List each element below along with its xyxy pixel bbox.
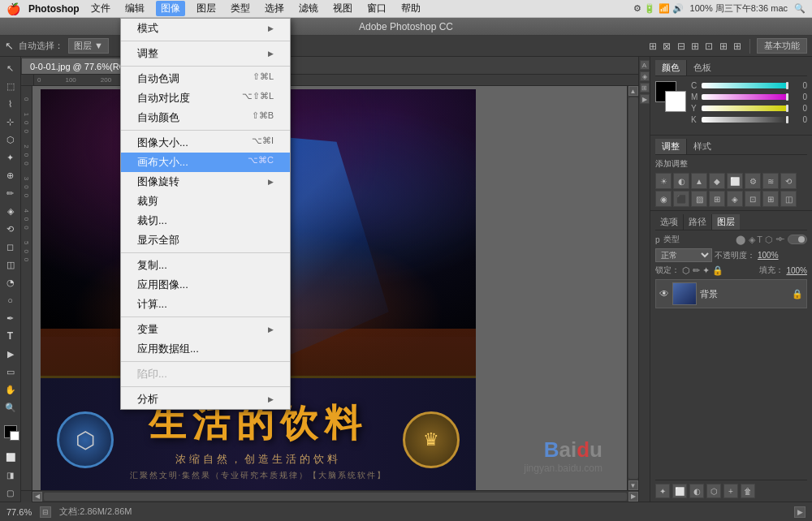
add-layer-style-icon[interactable]: ✦ (655, 484, 670, 498)
menu-item-rotate[interactable]: 图像旋转 ▶ (121, 172, 290, 192)
lock-transparent-icon[interactable]: ⬡ (682, 265, 690, 276)
adj-curves-icon[interactable]: ▲ (691, 173, 707, 189)
auto-select-dropdown[interactable]: 图层 ▼ (68, 38, 109, 54)
menu-layer[interactable]: 图层 (193, 2, 219, 15)
k-slider[interactable] (702, 117, 788, 123)
edge-tool-2[interactable]: ◈ (640, 71, 650, 81)
menu-file[interactable]: 文件 (88, 2, 114, 15)
adj-levels-icon[interactable]: ◐ (673, 173, 689, 189)
m-slider[interactable] (702, 94, 788, 100)
opacity-value[interactable]: 100% (758, 251, 779, 260)
adj-gradient-map-icon[interactable]: ⊞ (762, 191, 779, 207)
edge-tool-4[interactable]: ▶ (640, 94, 650, 104)
color-tab[interactable]: 颜色 (655, 60, 687, 75)
color-swatches-area[interactable] (655, 81, 686, 112)
adj-exposure-icon[interactable]: ◆ (709, 173, 725, 189)
menu-view[interactable]: 视图 (330, 2, 356, 15)
layer-visibility-icon[interactable]: 👁 (659, 288, 669, 299)
brush-tool[interactable]: ✏ (2, 185, 19, 202)
eyedropper-tool[interactable]: ✦ (2, 149, 19, 166)
add-adjustment-layer-icon[interactable]: ◐ (689, 484, 704, 498)
menu-item-crop[interactable]: 裁剪 (121, 192, 290, 211)
fill-value[interactable]: 100% (786, 266, 807, 275)
menu-item-auto-color[interactable]: 自动颜色 ⇧⌘B (121, 108, 290, 127)
menu-item-analysis[interactable]: 分析 ▶ (121, 390, 290, 409)
vertical-scrollbar[interactable]: ▲ ▼ (627, 86, 638, 490)
type-tool[interactable]: T (2, 328, 19, 345)
adj-selective-color-icon[interactable]: ◫ (780, 191, 797, 207)
menu-item-apply-data[interactable]: 应用数据组... (121, 339, 290, 359)
hand-tool[interactable]: ✋ (2, 381, 19, 398)
menu-item-trim[interactable]: 裁切... (121, 211, 290, 230)
adj-brightness-icon[interactable]: ☀ (655, 173, 672, 189)
menu-item-auto-contrast[interactable]: 自动对比度 ⌥⇧⌘L (121, 88, 290, 108)
menu-item-adjust[interactable]: 调整 ▶ (121, 44, 290, 63)
dodge-tool[interactable]: ○ (2, 292, 19, 309)
adj-colorbalance-icon[interactable]: ≋ (762, 173, 779, 189)
pen-tool[interactable]: ✒ (2, 310, 19, 327)
shape-tool[interactable]: ▭ (2, 364, 19, 381)
screen-mode[interactable]: ▢ (2, 484, 19, 502)
marquee-tool[interactable]: ⬚ (2, 78, 19, 95)
menu-item-auto-tone[interactable]: 自动色调 ⇧⌘L (121, 69, 290, 88)
zoom-tool[interactable]: 🔍 (2, 399, 19, 416)
menu-filter[interactable]: 滤镜 (296, 2, 322, 15)
fg-color-swatch[interactable] (4, 425, 17, 437)
lasso-tool[interactable]: ⌇ (2, 96, 19, 113)
heal-tool[interactable]: ⊕ (2, 167, 19, 184)
eraser-tool[interactable]: ◻ (2, 239, 19, 256)
lock-all-icon[interactable]: 🔒 (712, 265, 723, 276)
paths-tab[interactable]: 路径 (684, 214, 712, 230)
y-slider[interactable] (702, 105, 788, 111)
menu-type[interactable]: 类型 (227, 2, 253, 15)
selection-tab[interactable]: 选项 (655, 214, 684, 230)
edge-tool-1[interactable]: A (640, 60, 650, 70)
gradient-tool[interactable]: ◫ (2, 256, 19, 273)
horizontal-scrollbar[interactable]: ◀ ▶ (21, 490, 638, 502)
workspace-button[interactable]: 基本功能 (757, 38, 807, 54)
menu-item-calculations[interactable]: 计算... (121, 295, 290, 314)
menu-item-variables[interactable]: 变量 ▶ (121, 320, 290, 339)
layer-row[interactable]: 👁 背景 🔒 (655, 279, 807, 308)
menu-edit[interactable]: 编辑 (122, 2, 148, 15)
new-layer-icon[interactable]: + (723, 484, 738, 498)
quick-mask[interactable]: ◨ (2, 467, 19, 484)
menu-item-mode[interactable]: 模式 ▶ (121, 19, 290, 38)
add-mask-icon[interactable]: ⬜ (672, 484, 687, 498)
apple-menu[interactable]: 🍎 (6, 2, 20, 15)
adj-invert-icon[interactable]: ⊞ (709, 191, 725, 207)
image-dropdown-menu[interactable]: 模式 ▶ 调整 ▶ 自动色调 ⇧⌘L 自动对比度 ⌥⇧⌘L 自动颜色 ⇧⌘B 图… (120, 18, 291, 410)
styles-tab[interactable]: 样式 (687, 139, 718, 154)
adj-threshold-icon[interactable]: ⊡ (745, 191, 761, 207)
blur-tool[interactable]: ◔ (2, 274, 19, 291)
adj-vibrance-icon[interactable]: ⬜ (727, 173, 743, 189)
history-brush-tool[interactable]: ⟲ (2, 221, 19, 238)
adj-photo-filter-icon[interactable]: ◉ (655, 191, 672, 207)
search-icon[interactable]: 🔍 (794, 3, 806, 14)
menu-item-canvas-size[interactable]: 画布大小... ⌥⌘C (121, 153, 290, 172)
menu-window[interactable]: 窗口 (364, 2, 390, 15)
path-selection-tool[interactable]: ▶ (2, 346, 19, 363)
new-group-icon[interactable]: ⬡ (706, 484, 721, 498)
lock-image-icon[interactable]: ✏ (693, 265, 700, 276)
lock-position-icon[interactable]: ✦ (702, 265, 710, 276)
adj-color-lookup-icon[interactable]: ▨ (691, 191, 707, 207)
adj-posterize-icon[interactable]: ◈ (727, 191, 743, 207)
standard-mode[interactable]: ⬜ (2, 449, 19, 466)
adjustments-tab[interactable]: 调整 (655, 139, 687, 154)
info-icon[interactable]: ▶ (794, 506, 806, 518)
clone-stamp-tool[interactable]: ◈ (2, 203, 19, 220)
app-name[interactable]: Photoshop (28, 3, 80, 15)
adj-channel-mixer-icon[interactable]: ⬛ (673, 191, 689, 207)
menu-item-apply-image[interactable]: 应用图像... (121, 275, 290, 295)
delete-layer-icon[interactable]: 🗑 (741, 484, 755, 498)
swatches-tab[interactable]: 色板 (687, 60, 718, 75)
menu-select[interactable]: 选择 (261, 2, 287, 15)
magic-wand-tool[interactable]: ⊹ (2, 114, 19, 131)
menu-item-duplicate[interactable]: 复制... (121, 256, 290, 275)
menu-help[interactable]: 帮助 (398, 2, 424, 15)
adj-hsl-icon[interactable]: ⚙ (745, 173, 761, 189)
c-slider[interactable] (702, 83, 788, 88)
menu-item-reveal-all[interactable]: 显示全部 (121, 230, 290, 250)
edge-tool-3[interactable]: ⊞ (640, 83, 650, 93)
